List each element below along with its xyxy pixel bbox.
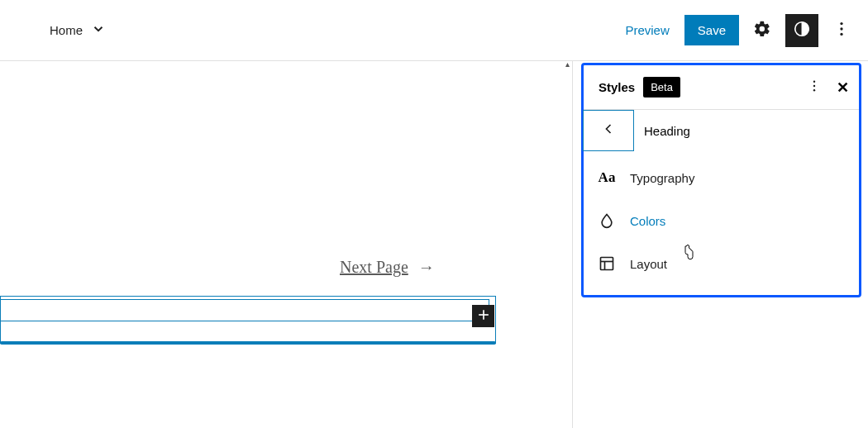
styles-button[interactable]: [785, 14, 818, 47]
styles-item-label: Layout: [630, 257, 667, 271]
plus-icon: [475, 307, 492, 326]
layout-icon: [597, 255, 617, 272]
dots-vertical-icon: [807, 78, 822, 97]
drop-icon: [597, 212, 617, 229]
settings-button[interactable]: [746, 14, 779, 47]
beta-badge: Beta: [643, 77, 680, 97]
svg-point-1: [840, 22, 842, 25]
close-button[interactable]: ✕: [837, 78, 849, 97]
editor-canvas: ▴ Next Page →: [0, 61, 572, 428]
arrow-right-icon: →: [418, 258, 435, 277]
main: ▴ Next Page → Styles Beta: [0, 61, 868, 428]
svg-point-6: [813, 80, 815, 82]
close-icon: ✕: [837, 79, 849, 96]
svg-point-2: [840, 27, 842, 30]
contrast-icon: [793, 20, 811, 40]
styles-item-label: Colors: [630, 214, 665, 228]
styles-header: Styles Beta ✕: [584, 65, 859, 110]
styles-item-layout[interactable]: Layout: [597, 242, 859, 285]
svg-rect-9: [601, 258, 613, 270]
svg-point-7: [813, 84, 815, 86]
chevron-down-icon[interactable]: [91, 21, 106, 40]
preview-link[interactable]: Preview: [617, 15, 677, 45]
selection-underline: [0, 341, 496, 345]
add-block-button[interactable]: [472, 305, 494, 327]
next-page-link[interactable]: Next Page: [340, 258, 408, 277]
selected-block-inner[interactable]: [0, 299, 489, 321]
svg-point-8: [813, 89, 815, 91]
home-link[interactable]: Home: [50, 23, 83, 37]
styles-panel: Styles Beta ✕: [581, 63, 861, 297]
styles-item-typography[interactable]: Aa Typography: [597, 156, 859, 199]
topbar: Home Preview Save: [0, 0, 868, 61]
styles-title: Styles: [599, 80, 635, 94]
topbar-left: Home: [50, 21, 106, 40]
topbar-right: Preview Save: [617, 14, 858, 47]
panel-back-label: Heading: [634, 124, 690, 138]
save-button[interactable]: Save: [684, 15, 739, 45]
chevron-left-icon: [600, 121, 617, 140]
styles-list: Aa Typography Colors Layout: [584, 151, 859, 285]
panel-back-row: Heading: [584, 110, 859, 151]
dots-vertical-icon: [832, 20, 851, 40]
typography-icon: Aa: [597, 169, 617, 186]
sidebar: Styles Beta ✕: [572, 61, 868, 428]
back-button[interactable]: [583, 110, 634, 151]
gear-icon: [753, 20, 771, 40]
styles-item-label: Typography: [630, 171, 694, 185]
styles-more-button[interactable]: [807, 80, 822, 95]
styles-item-colors[interactable]: Colors: [597, 199, 859, 242]
scroll-up-arrow[interactable]: ▴: [562, 61, 572, 69]
next-page-block: Next Page →: [340, 258, 435, 277]
svg-point-3: [840, 33, 842, 36]
more-button[interactable]: [825, 14, 858, 47]
